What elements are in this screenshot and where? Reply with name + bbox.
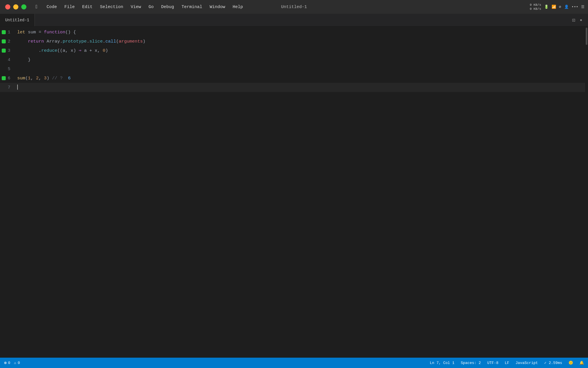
net-speed: 0 KB/s 0 KB/s — [530, 3, 541, 11]
menu-terminal[interactable]: Terminal — [179, 3, 205, 11]
code-line-2: 2 ····return Array.prototype.slice.call(… — [0, 37, 588, 46]
line-number-5: 5 — [0, 67, 17, 72]
scrollbar[interactable] — [585, 26, 588, 358]
window-title: Untitled-1 — [281, 5, 307, 9]
warning-number: 0 — [18, 361, 20, 365]
line-ending[interactable]: LF — [505, 361, 509, 365]
maximize-button[interactable] — [21, 4, 26, 9]
code-content-2: ····return Array.prototype.slice.call(ar… — [17, 37, 146, 46]
breakpoint-6 — [2, 76, 6, 80]
unsaved-indicator: ● — [580, 18, 582, 22]
title-bar:  Code File Edit Selection View Go Debug… — [0, 0, 588, 14]
tab-filename: Untitled-1 — [5, 18, 29, 22]
menu-help[interactable]: Help — [230, 3, 246, 11]
more-icon: ••• — [572, 5, 578, 9]
status-bar: ⊗ 0 ⚠ 0 Ln 7, Col 1 Spaces: 2 UTF-8 LF J… — [0, 358, 588, 368]
minimize-button[interactable] — [13, 4, 18, 9]
breakpoint-1 — [2, 30, 6, 34]
line-number-2: 2 — [0, 39, 17, 44]
upload-speed: 0 KB/s — [530, 3, 541, 7]
menu-edit[interactable]: Edit — [79, 3, 95, 11]
status-left: ⊗ 0 ⚠ 0 — [4, 360, 20, 366]
breakpoint-3 — [2, 49, 6, 53]
lines-area[interactable]: 1 let sum = function() { 2 ····return Ar… — [0, 26, 588, 358]
list-icon: ☰ — [581, 5, 585, 9]
scrollbar-thumb[interactable] — [586, 28, 587, 45]
close-button[interactable] — [5, 4, 10, 9]
wifi-icon: 📶 — [552, 5, 556, 9]
error-icon: ⊗ — [4, 360, 7, 366]
error-number: 0 — [8, 361, 10, 365]
window-controls — [0, 4, 26, 9]
line-number-3: 3 — [0, 48, 17, 53]
indentation[interactable]: Spaces: 2 — [461, 361, 481, 365]
line-number-1: 1 — [0, 30, 17, 35]
battery-icon: 🔋 — [544, 5, 549, 9]
code-content-7 — [17, 83, 18, 92]
editor-container: 1 let sum = function() { 2 ····return Ar… — [0, 26, 588, 358]
menu-debug[interactable]: Debug — [158, 3, 177, 11]
bell-icon[interactable]: 🔔 — [579, 361, 584, 365]
warning-icon: ⚠ — [14, 361, 16, 365]
menu-bar:  Code File Edit Selection View Go Debug… — [26, 3, 246, 11]
menu-file[interactable]: File — [61, 3, 78, 11]
menu-selection[interactable]: Selection — [97, 3, 126, 11]
menu-go[interactable]: Go — [146, 3, 156, 11]
tab-bar-actions: ⊡ ● — [572, 14, 588, 26]
menu-view[interactable]: View — [128, 3, 144, 11]
cursor-position[interactable]: Ln 7, Col 1 — [430, 361, 454, 365]
line-number-7: 7 — [0, 85, 17, 90]
tab-bar: Untitled-1 ⊡ ● — [0, 14, 588, 26]
language-mode[interactable]: JavaScript — [516, 361, 538, 365]
code-line-1: 1 let sum = function() { — [0, 28, 588, 37]
breakpoint-2 — [2, 39, 6, 43]
status-icons: 0 KB/s 0 KB/s 🔋 📶 ⊘ 👤 ••• ☰ — [530, 3, 585, 11]
status-right: Ln 7, Col 1 Spaces: 2 UTF-8 LF JavaScrip… — [430, 361, 584, 365]
apple-menu[interactable]:  — [32, 4, 42, 10]
user-icon: 👤 — [564, 5, 569, 9]
code-line-6: 6 sum(1, 2, 3) // ? 6 — [0, 74, 588, 83]
code-line-3: 3 ········.reduce((a, x) ⇒ a + x, 0) — [0, 46, 588, 55]
code-line-4: 4 ····} — [0, 55, 588, 64]
code-line-7: 7 — [0, 83, 588, 92]
encoding[interactable]: UTF-8 — [487, 361, 498, 365]
code-content-3: ········.reduce((a, x) ⇒ a + x, 0) — [17, 46, 108, 55]
split-editor-icon[interactable]: ⊡ — [572, 17, 575, 23]
menu-window[interactable]: Window — [207, 3, 228, 11]
menu-code[interactable]: Code — [44, 3, 60, 11]
timing: ✓ 2.59ms — [544, 361, 562, 365]
code-content-1: let sum = function() { — [17, 28, 76, 37]
smiley-icon[interactable]: 🙂 — [568, 361, 573, 365]
tab-item[interactable]: Untitled-1 — [0, 14, 35, 26]
code-content-6: sum(1, 2, 3) // ? 6 — [17, 74, 71, 83]
error-count[interactable]: ⊗ 0 ⚠ 0 — [4, 360, 20, 366]
code-content-4: ····} — [17, 55, 31, 64]
download-speed: 0 KB/s — [530, 7, 541, 11]
line-number-4: 4 — [0, 57, 17, 62]
line-number-6: 6 — [0, 76, 17, 81]
code-line-5: 5 — [0, 64, 588, 74]
dnd-icon: ⊘ — [559, 5, 561, 9]
